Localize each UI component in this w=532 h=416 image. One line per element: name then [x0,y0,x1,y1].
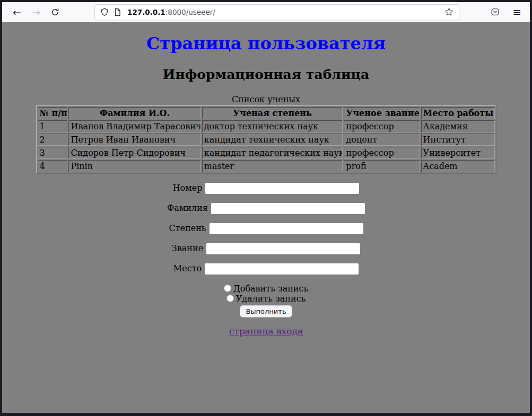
surname-label: Фамилия [167,203,208,213]
form-row-number: Номер [2,183,530,194]
radio-row-delete: Удалить запись [2,294,530,304]
header-rank: Ученое звание [344,107,420,119]
table-cell: профессор [344,120,420,132]
table-cell: доктор технических наук [202,120,343,132]
footer-link-row: страница входа [2,326,530,337]
surname-input[interactable] [211,203,365,214]
add-record-label: Добавить запись [233,284,308,294]
table-row: 4 Pinin master profi Academ [38,160,495,172]
place-input[interactable] [205,263,359,275]
table-cell: Academ [421,160,495,172]
url-text[interactable]: 127.0.0.1:8000/useeer/ [127,8,215,16]
url-bar[interactable]: 127.0.0.1:8000/useeer/ [94,4,459,20]
table-cell: 1 [38,120,68,132]
number-label: Номер [173,183,203,193]
form-row-place: Место [2,263,530,275]
table-cell: профессор [344,147,420,159]
table-cell: кандидат технических наук [202,134,343,146]
form-row-rank: Звание [2,243,530,254]
table-cell: Сидоров Петр Сидорович [68,147,200,159]
header-surname: Фамилия И.О. [68,107,200,119]
table-cell: Иванов Владимир Тарасович [68,120,200,132]
rank-label: Звание [172,243,203,253]
degree-input[interactable] [210,223,363,234]
place-label: Место [173,263,202,273]
table-cell: доцент [344,134,420,146]
browser-toolbar: ← → 127.0.0.1:8000/useeer/ [2,2,530,22]
forward-icon[interactable]: → [29,5,43,20]
bookmark-star-icon[interactable] [444,7,453,16]
table-row: 2 Петров Иван Иванович кандидат техничес… [38,134,495,146]
header-workplace: Место работы [421,107,495,119]
table-cell: Pinin [68,160,200,172]
table-caption: Список ученых [36,94,496,105]
table-cell: 3 [38,147,68,159]
degree-label: Степень [169,223,206,233]
shield-icon[interactable] [100,8,109,16]
delete-record-radio[interactable] [226,295,234,302]
add-record-radio[interactable] [224,285,231,292]
button-row: Выполнить [2,305,530,317]
page-title: Страница пользователя [2,34,530,54]
table-cell: кандидат педагогических наук [202,147,343,159]
table-row: 1 Иванов Владимир Тарасович доктор техни… [38,120,495,132]
url-host: 127.0.0.1 [127,8,165,16]
number-input[interactable] [205,183,359,194]
table-row: 3 Сидоров Петр Сидорович кандидат педаго… [38,147,495,159]
delete-record-label: Удалить запись [236,294,306,304]
table-cell: profi [344,160,420,172]
header-degree: Ученая степень [202,107,343,119]
table-cell: 2 [38,134,68,146]
reload-icon[interactable] [48,5,63,20]
radio-row-add: Добавить запись [2,284,530,294]
table-cell: Университет [421,147,495,159]
table-cell: Петров Иван Иванович [68,134,200,146]
toolbar-right-icons: ≡ [491,7,521,17]
record-form: Номер Фамилия Степень Звание Место Добав… [2,183,530,317]
page-icon[interactable] [114,8,121,16]
page-subtitle: Информационная таблица [2,67,530,83]
scientists-table: Список ученых № п/п Фамилия И.О. Ученая … [36,94,496,174]
back-icon[interactable]: ← [10,5,24,20]
pocket-icon[interactable] [491,7,500,16]
page-viewport: Страница пользователя Информационная таб… [2,22,530,413]
form-row-surname: Фамилия [2,203,530,214]
rank-input[interactable] [206,243,360,254]
header-number: № п/п [38,107,68,119]
table-cell: master [202,160,343,172]
url-path: :8000/useeer/ [165,8,215,16]
table-cell: Институт [421,134,495,146]
table-cell: Академия [421,120,495,132]
execute-button[interactable]: Выполнить [240,305,292,317]
table-header-row: № п/п Фамилия И.О. Ученая степень Ученое… [38,107,495,119]
login-page-link[interactable]: страница входа [229,326,303,337]
form-row-degree: Степень [2,223,530,234]
menu-icon[interactable]: ≡ [512,7,521,17]
table-cell: 4 [38,160,68,172]
